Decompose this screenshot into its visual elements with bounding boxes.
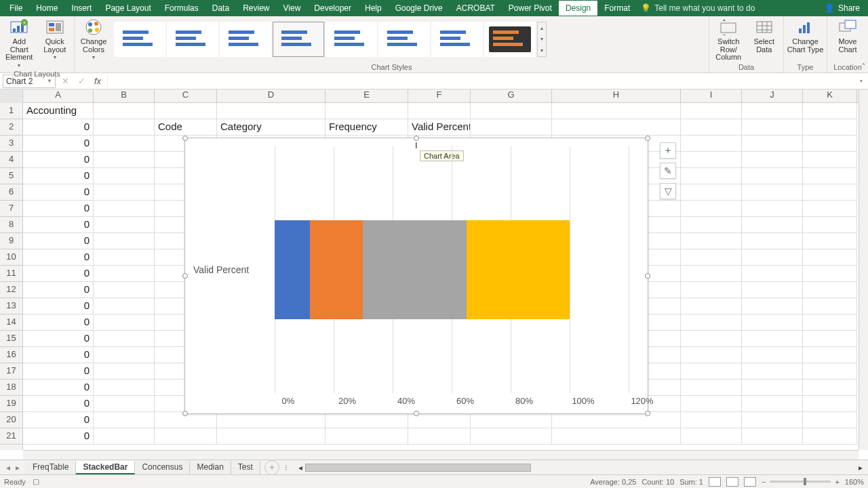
bar-segment-1[interactable]	[275, 220, 310, 319]
column-header-E[interactable]: E	[326, 89, 408, 103]
style-thumb-2[interactable]	[167, 22, 218, 57]
cell-I16[interactable]	[681, 347, 742, 363]
cell-J9[interactable]	[742, 233, 803, 249]
page-break-view-button[interactable]	[744, 477, 756, 487]
cell-B19[interactable]	[94, 396, 155, 412]
cell-I8[interactable]	[681, 217, 742, 233]
cell-J5[interactable]	[742, 168, 803, 184]
cell-I15[interactable]	[681, 331, 742, 347]
zoom-in-button[interactable]: +	[835, 478, 839, 486]
tab-home[interactable]: Home	[29, 1, 64, 16]
cell-J1[interactable]	[742, 103, 803, 119]
cell-J17[interactable]	[742, 363, 803, 380]
formula-input[interactable]	[107, 75, 854, 88]
embedded-chart[interactable]: I Chart Area ＋ ✎ ▽ Valid Percent 0%20%40…	[184, 138, 648, 414]
new-sheet-button[interactable]: ＋	[264, 460, 279, 475]
cell-E1[interactable]	[326, 103, 408, 119]
row-header-10[interactable]: 10	[0, 249, 22, 266]
tab-design[interactable]: Design	[559, 1, 597, 16]
cell-A9[interactable]: 0	[23, 233, 94, 249]
cell-I9[interactable]	[681, 233, 742, 249]
cell-A8[interactable]: 0	[23, 217, 94, 233]
style-thumb-8[interactable]	[484, 22, 536, 57]
scroll-right[interactable]: ▸	[859, 463, 863, 472]
row-header-2[interactable]: 2	[0, 119, 22, 136]
cell-J15[interactable]	[742, 331, 803, 347]
cell-B7[interactable]	[94, 201, 155, 217]
tab-acrobat[interactable]: ACROBAT	[450, 1, 502, 16]
cell-K6[interactable]	[803, 184, 857, 201]
tab-insert[interactable]: Insert	[64, 1, 98, 16]
cell-J6[interactable]	[742, 184, 803, 201]
cell-G20[interactable]	[471, 412, 552, 428]
tab-help[interactable]: Help	[358, 1, 389, 16]
cell-B11[interactable]	[94, 266, 155, 282]
row-header-12[interactable]: 12	[0, 282, 22, 298]
cell-K17[interactable]	[803, 363, 857, 380]
cell-K18[interactable]	[803, 380, 857, 396]
cell-I7[interactable]	[681, 201, 742, 217]
cell-I18[interactable]	[681, 380, 742, 396]
sheet-options[interactable]: ⁝	[279, 463, 293, 472]
cell-B13[interactable]	[94, 298, 155, 314]
tab-data[interactable]: Data	[205, 1, 236, 16]
style-thumb-1[interactable]	[114, 22, 165, 57]
cell-B1[interactable]	[94, 103, 155, 119]
resize-handle[interactable]	[645, 273, 650, 279]
cell-K1[interactable]	[803, 103, 857, 119]
tab-page-layout[interactable]: Page Layout	[98, 1, 157, 16]
cell-A16[interactable]: 0	[23, 347, 94, 363]
cell-G21[interactable]	[471, 428, 552, 445]
chart-elements-button[interactable]: ＋	[660, 142, 676, 159]
cell-A2[interactable]: 0	[23, 119, 94, 136]
cell-J10[interactable]	[742, 249, 803, 266]
cell-K20[interactable]	[803, 412, 857, 428]
cell-B6[interactable]	[94, 184, 155, 201]
tab-format[interactable]: Format	[597, 1, 637, 16]
row-header-20[interactable]: 20	[0, 412, 22, 428]
move-chart-button[interactable]: Move Chart	[830, 18, 865, 54]
cell-H1[interactable]	[552, 103, 681, 119]
cell-B10[interactable]	[94, 249, 155, 266]
bar-segment-4[interactable]	[467, 220, 570, 319]
page-layout-view-button[interactable]	[726, 477, 738, 487]
cell-I12[interactable]	[681, 282, 742, 298]
sheet-tab-test[interactable]: Test	[231, 461, 260, 474]
select-data-button[interactable]: Select Data	[748, 18, 781, 54]
cell-K21[interactable]	[803, 428, 857, 445]
row-header-18[interactable]: 18	[0, 380, 22, 396]
sheet-tab-concensus[interactable]: Concensus	[135, 461, 190, 474]
cell-B16[interactable]	[94, 347, 155, 363]
row-header-15[interactable]: 15	[0, 331, 22, 347]
horizontal-scrollbar[interactable]	[23, 450, 859, 460]
cell-A7[interactable]: 0	[23, 201, 94, 217]
cell-K16[interactable]	[803, 347, 857, 363]
cell-A3[interactable]: 0	[23, 136, 94, 152]
share-button[interactable]: 👤Share	[819, 3, 865, 13]
cell-I21[interactable]	[681, 428, 742, 445]
cell-I10[interactable]	[681, 249, 742, 266]
cell-J20[interactable]	[742, 412, 803, 428]
row-header-6[interactable]: 6	[0, 184, 22, 201]
cell-B5[interactable]	[94, 168, 155, 184]
cell-F21[interactable]	[408, 428, 471, 445]
cell-J3[interactable]	[742, 136, 803, 152]
bar-segment-2[interactable]	[310, 220, 363, 319]
cell-A6[interactable]: 0	[23, 184, 94, 201]
cell-K9[interactable]	[803, 233, 857, 249]
cell-B18[interactable]	[94, 380, 155, 396]
style-thumb-5[interactable]	[326, 22, 377, 57]
cell-I2[interactable]	[681, 119, 742, 136]
accept-entry-button[interactable]: ✓	[75, 76, 88, 86]
row-header-3[interactable]: 3	[0, 136, 22, 152]
row-header-1[interactable]: 1	[0, 103, 22, 119]
sheet-nav-prev[interactable]: ◂	[4, 463, 12, 472]
cell-C1[interactable]	[155, 103, 217, 119]
chart-styles-button[interactable]: ✎	[660, 163, 676, 179]
cell-I14[interactable]	[681, 314, 742, 331]
resize-handle[interactable]	[414, 411, 419, 416]
cell-A19[interactable]: 0	[23, 396, 94, 412]
cell-J13[interactable]	[742, 298, 803, 314]
cell-J16[interactable]	[742, 347, 803, 363]
column-header-A[interactable]: A	[23, 89, 94, 103]
